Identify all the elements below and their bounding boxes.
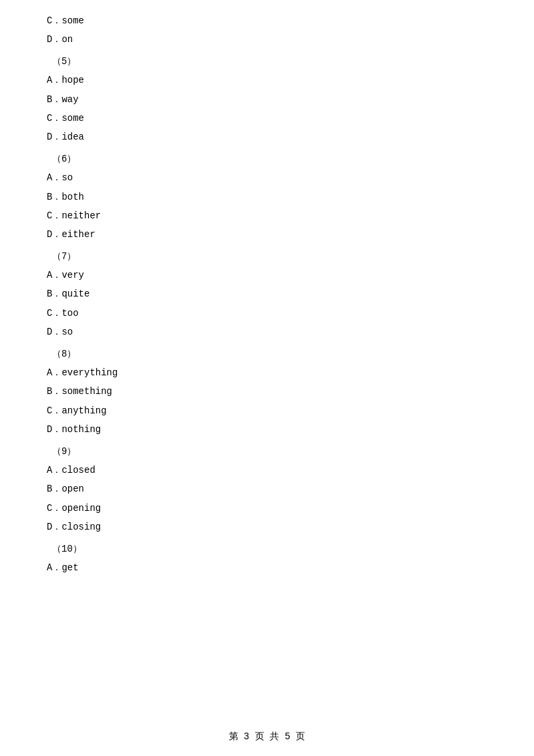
section-number: （5） (47, 54, 487, 69)
section-number: （10） (47, 542, 487, 556)
option-line: A．closed (47, 463, 487, 478)
option-line: D．nothing (47, 422, 487, 437)
option-line: B．quite (47, 287, 487, 301)
main-content: C．someD．on（5）A．hopeB．wayC．someD．idea（6）A… (0, 0, 534, 619)
section-number: （8） (47, 347, 487, 361)
option-line: D．on (47, 32, 487, 47)
option-line: A．everything (47, 365, 487, 380)
option-line: C．some (47, 13, 487, 28)
section-number: （9） (47, 444, 487, 459)
section-number: （7） (47, 249, 487, 264)
page-footer: 第 3 页 共 5 页 (0, 731, 534, 743)
option-line: C．too (47, 306, 487, 321)
option-line: D．idea (47, 130, 487, 144)
option-line: A．very (47, 268, 487, 282)
option-line: D．closing (47, 520, 487, 534)
option-line: B．both (47, 190, 487, 204)
option-line: C．anything (47, 403, 487, 418)
option-line: C．some (47, 111, 487, 126)
option-line: B．something (47, 384, 487, 399)
option-line: C．neither (47, 208, 487, 223)
option-line: A．get (47, 560, 487, 575)
option-line: A．hope (47, 73, 487, 87)
option-line: D．so (47, 325, 487, 339)
option-line: A．so (47, 170, 487, 185)
option-line: B．open (47, 482, 487, 496)
option-line: B．way (47, 92, 487, 107)
section-number: （6） (47, 152, 487, 166)
option-line: C．opening (47, 501, 487, 516)
option-line: D．either (47, 227, 487, 242)
